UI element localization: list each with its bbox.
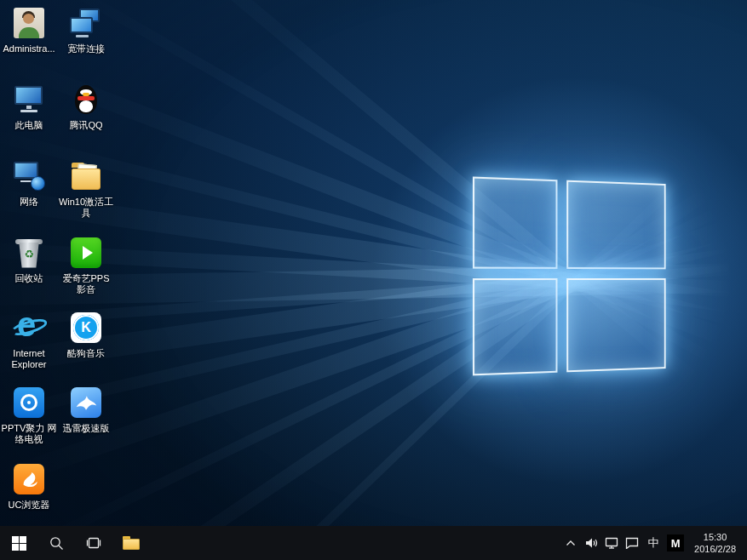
taskbar-left <box>0 526 150 560</box>
icon-label: 迅雷极速版 <box>63 423 110 434</box>
file-explorer-button[interactable] <box>112 526 150 560</box>
icon-label: Win10激活工具 <box>58 197 114 219</box>
icon-label: 网络 <box>20 197 38 208</box>
start-button[interactable] <box>0 526 37 560</box>
icon-label: 回收站 <box>15 273 43 284</box>
user-account-icon <box>11 5 47 41</box>
xunlei-bird-icon <box>68 385 104 420</box>
network-icon <box>11 158 47 194</box>
action-center-icon <box>625 537 639 549</box>
folder-icon <box>68 158 104 194</box>
desktop-icon-network[interactable]: 网络 <box>1 158 57 208</box>
desktop-icon-internet-explorer[interactable]: e Internet Explorer <box>1 310 57 370</box>
icon-label: 腾讯QQ <box>69 120 102 131</box>
desktop-wallpaper[interactable]: Administra... 宽带连接 此电脑 腾讯QQ 网络 <box>0 0 747 526</box>
desktop-icon-broadband[interactable]: 宽带连接 <box>58 5 114 54</box>
desktop-icon-this-pc[interactable]: 此电脑 <box>1 82 57 131</box>
windows-desktop: Administra... 宽带连接 此电脑 腾讯QQ 网络 <box>0 0 747 560</box>
desktop-icon-pptv[interactable]: PPTV聚力 网络电视 <box>1 385 57 445</box>
desktop-icon-recycle-bin[interactable]: ♻ 回收站 <box>1 235 57 284</box>
recycle-bin-icon: ♻ <box>11 235 47 271</box>
chevron-up-icon <box>566 540 576 546</box>
internet-explorer-icon: e <box>11 310 47 346</box>
ime-mode-indicator: M <box>667 534 684 551</box>
desktop-icon-administrator[interactable]: Administra... <box>1 5 57 54</box>
broadband-connection-icon <box>68 5 104 41</box>
desktop-icon-kugou[interactable]: K 酷狗音乐 <box>58 310 114 359</box>
volume-button[interactable] <box>581 526 601 560</box>
iqiyi-play-icon <box>68 235 104 271</box>
ethernet-network-icon <box>605 537 618 549</box>
icon-label: 爱奇艺PPS 影音 <box>58 273 114 295</box>
clock-date: 2016/2/28 <box>694 543 736 555</box>
pptv-icon <box>11 385 47 420</box>
qq-penguin-icon <box>68 82 104 117</box>
icon-label: PPTV聚力 网络电视 <box>1 423 57 445</box>
clock-time: 15:30 <box>694 531 736 543</box>
task-view-button[interactable] <box>75 526 112 560</box>
taskbar: 中 M 15:30 2016/2/28 <box>0 526 747 560</box>
task-view-icon <box>86 537 101 549</box>
icon-label: Internet Explorer <box>1 348 57 370</box>
icon-label: 酷狗音乐 <box>67 348 105 359</box>
uc-browser-squirrel-icon <box>11 461 47 497</box>
icon-label: 宽带连接 <box>67 43 105 54</box>
ime-mode-button[interactable]: M <box>664 526 687 560</box>
icon-label: 此电脑 <box>15 120 43 131</box>
desktop-icon-qq[interactable]: 腾讯QQ <box>58 82 114 131</box>
tray-expand-button[interactable] <box>560 526 581 560</box>
file-explorer-icon <box>123 536 140 550</box>
computer-icon <box>11 82 47 117</box>
ime-language-indicator[interactable]: 中 <box>642 526 664 560</box>
desktop-icon-iqiyi[interactable]: 爱奇艺PPS 影音 <box>58 235 114 295</box>
desktop-icon-win10-activator[interactable]: Win10激活工具 <box>58 158 114 219</box>
icon-label: Administra... <box>3 43 55 54</box>
system-tray: 中 M 15:30 2016/2/28 <box>560 526 747 560</box>
speaker-icon <box>585 537 598 549</box>
clock[interactable]: 15:30 2016/2/28 <box>687 526 744 560</box>
desktop-icon-uc-browser[interactable]: UC浏览器 <box>1 461 57 511</box>
icon-label: UC浏览器 <box>9 500 50 511</box>
kugou-music-icon: K <box>68 310 104 346</box>
search-icon <box>49 536 64 551</box>
action-center-button[interactable] <box>622 526 642 560</box>
network-button[interactable] <box>601 526 622 560</box>
windows-logo-icon <box>12 536 26 551</box>
search-button[interactable] <box>37 526 75 560</box>
desktop-icon-xunlei[interactable]: 迅雷极速版 <box>58 385 114 434</box>
